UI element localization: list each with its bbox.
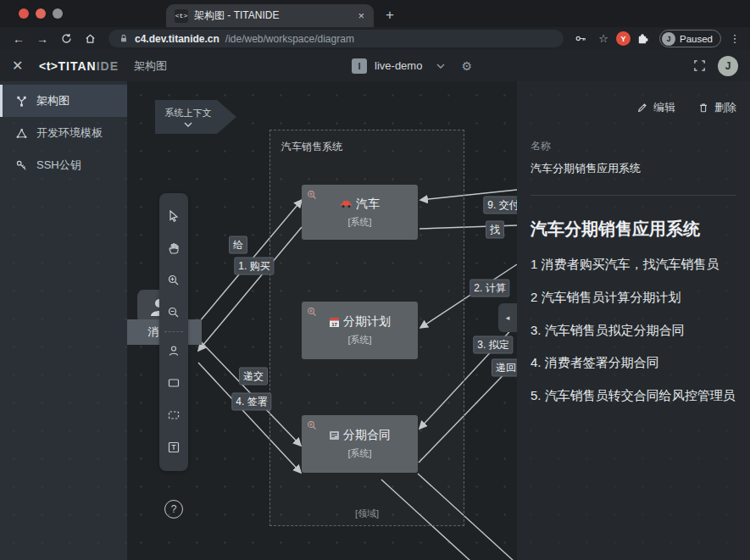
add-box-tool-icon[interactable] — [159, 367, 188, 399]
zoom-in-icon[interactable] — [307, 420, 317, 430]
diagram-toolbar — [159, 193, 188, 471]
name-field-label: 名称 — [531, 139, 736, 153]
profile-chip[interactable]: J Paused — [659, 30, 721, 47]
node-title: 分期合同 — [343, 428, 391, 443]
context-level-label: 系统上下文 — [165, 107, 212, 119]
zoom-in-icon[interactable] — [307, 307, 317, 317]
pencil-icon — [636, 102, 648, 114]
car-icon — [340, 199, 353, 208]
node-subtitle: [系统] — [347, 447, 371, 460]
lock-icon — [119, 33, 129, 44]
edit-button-label: 编辑 — [653, 100, 675, 115]
doc-step: 1 消费者购买汽车，找汽车销售员 — [531, 255, 736, 274]
reload-icon[interactable] — [56, 32, 76, 45]
profile-status: Paused — [680, 34, 713, 44]
edge-label[interactable]: 递回 — [492, 359, 517, 377]
url-bar[interactable]: c4.dev.titanide.cn/ide/web/workspace/dia… — [108, 30, 564, 47]
edge-label[interactable]: 3. 拟定 — [473, 336, 513, 354]
edge-label[interactable]: 2. 计算 — [469, 280, 509, 297]
logo-bracket: <t> — [39, 59, 58, 73]
calendar-icon: 17 — [329, 317, 340, 328]
diagram-canvas[interactable]: 系统上下文 汽车销售系统 [领域] 汽车 [系统] — [127, 81, 517, 560]
add-person-tool-icon[interactable] — [159, 335, 188, 367]
delete-button-label: 删除 — [714, 100, 736, 115]
sidebar-item-dev-templates[interactable]: 开发环境模板 — [0, 117, 127, 149]
back-icon[interactable]: ← — [8, 32, 29, 46]
tab-strip: <t> 架构图 - TITANIDE × + — [0, 0, 750, 27]
home-icon[interactable] — [80, 32, 100, 45]
extension-badge-icon[interactable]: Y — [616, 31, 631, 46]
select-cursor-icon[interactable] — [159, 200, 188, 232]
sidebar-item-diagram[interactable]: 架构图 — [0, 85, 127, 117]
help-button[interactable]: ? — [164, 500, 183, 518]
node-installment-contract[interactable]: 分期合同 [系统] — [302, 415, 418, 473]
sidebar-item-ssh-keys[interactable]: SSH公钥 — [0, 149, 127, 181]
fullscreen-icon[interactable] — [693, 59, 706, 72]
workspace-name: live-demo — [375, 59, 422, 72]
app-header: ✕ <t> TITAN IDE 架构图 l live-demo ⚙ J — [0, 50, 750, 81]
toolbar-divider — [164, 331, 183, 332]
chevron-down-icon[interactable] — [436, 64, 445, 69]
node-title: 汽车 — [356, 197, 380, 212]
password-key-icon[interactable] — [572, 32, 591, 45]
browser-window: <t> 架构图 - TITANIDE × + ← → c4.dev.titani… — [0, 0, 750, 560]
boundary-title: 汽车销售系统 — [281, 140, 342, 154]
node-title: 分期计划 — [343, 314, 391, 330]
node-subtitle: [系统] — [347, 334, 371, 347]
zoom-out-tool-icon[interactable] — [159, 297, 188, 329]
minimize-window-button[interactable] — [36, 8, 46, 19]
app-close-icon[interactable]: ✕ — [12, 58, 34, 74]
edge-label[interactable]: 9. 交付 — [483, 197, 517, 214]
delete-button[interactable]: 删除 — [697, 100, 736, 115]
zoom-window-button[interactable] — [53, 8, 63, 19]
url-host: c4.dev.titanide.cn — [135, 33, 219, 45]
edge-label[interactable]: 1. 购买 — [234, 258, 274, 275]
browser-menu-icon[interactable]: ⋮ — [728, 32, 742, 45]
pan-hand-icon[interactable] — [159, 232, 188, 264]
workspace-badge: l — [352, 58, 367, 74]
add-boundary-tool-icon[interactable] — [159, 399, 188, 431]
user-avatar[interactable]: J — [718, 56, 738, 76]
zoom-in-tool-icon[interactable] — [159, 264, 188, 297]
boundary-type-label: [领域] — [270, 507, 464, 520]
edge-label[interactable]: 递交 — [239, 368, 268, 385]
browser-toolbar: ← → c4.dev.titanide.cn/ide/web/workspace… — [0, 27, 750, 50]
add-text-tool-icon[interactable] — [159, 431, 188, 463]
sidebar-item-label: 开发环境模板 — [36, 125, 103, 141]
name-field-value: 汽车分期销售应用系统 — [531, 161, 736, 176]
forward-icon[interactable]: → — [32, 32, 53, 46]
node-installment-plan[interactable]: 17 分期计划 [系统] — [302, 302, 418, 359]
browser-tab[interactable]: <t> 架构图 - TITANIDE × — [166, 4, 374, 27]
logo-titan: TITAN — [58, 59, 97, 73]
doc-title: 汽车分期销售应用系统 — [531, 218, 736, 241]
edge-label[interactable]: 给 — [229, 236, 247, 254]
bookmark-star-icon[interactable]: ☆ — [594, 32, 613, 45]
zoom-in-icon[interactable] — [307, 190, 317, 200]
sidebar: 架构图 开发环境模板 SSH公钥 — [0, 81, 127, 560]
extensions-puzzle-icon[interactable] — [634, 32, 653, 45]
chevron-down-icon — [184, 122, 192, 127]
panel-collapse-handle[interactable]: ◂ — [498, 303, 517, 332]
tab-favicon: <t> — [175, 9, 188, 23]
tab-close-icon[interactable]: × — [355, 9, 367, 22]
doc-step: 4. 消费者签署分期合同 — [531, 353, 736, 372]
edge-label[interactable]: 找 — [486, 221, 504, 239]
close-window-button[interactable] — [19, 8, 29, 19]
trash-icon — [697, 102, 709, 114]
node-car-system[interactable]: 汽车 [系统] — [302, 185, 418, 240]
template-icon — [15, 127, 28, 140]
document-icon — [329, 430, 340, 441]
key-icon — [15, 159, 28, 172]
header-page-label: 架构图 — [134, 58, 167, 74]
url-path: /ide/web/workspace/diagram — [225, 33, 354, 45]
settings-gear-icon[interactable]: ⚙ — [461, 59, 472, 73]
edge-label[interactable]: 4. 签署 — [231, 393, 271, 411]
doc-step: 2 汽车销售员计算分期计划 — [531, 288, 736, 307]
workspace-switcher[interactable]: l live-demo ⚙ — [352, 58, 472, 74]
profile-avatar: J — [662, 32, 675, 46]
sidebar-item-label: 架构图 — [36, 93, 69, 108]
edit-button[interactable]: 编辑 — [636, 100, 675, 115]
new-tab-button[interactable]: + — [374, 7, 406, 27]
divider — [531, 195, 736, 196]
app-logo: <t> TITAN IDE — [39, 59, 119, 73]
